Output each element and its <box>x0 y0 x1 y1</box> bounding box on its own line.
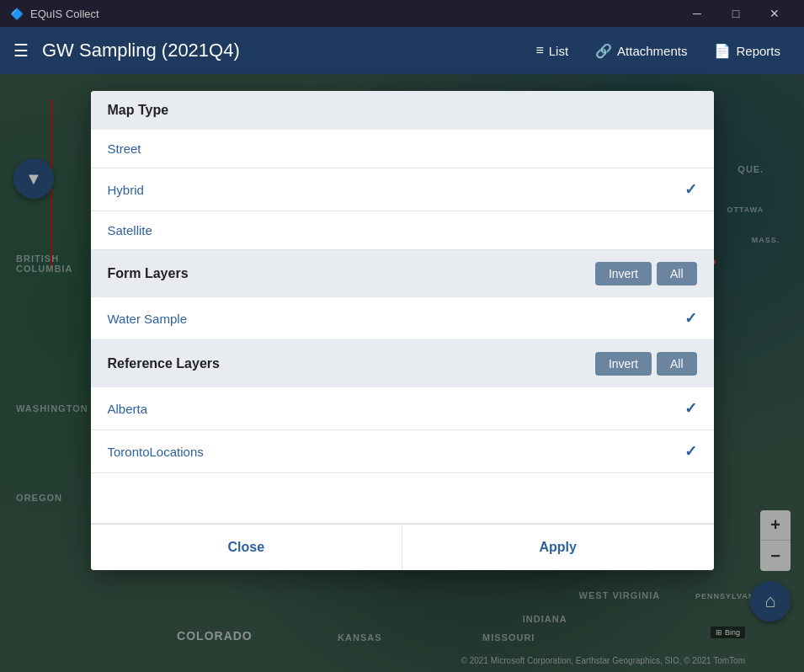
page-title: GW Sampling (2021Q4) <box>42 40 525 61</box>
menu-icon[interactable]: ☰ <box>13 40 29 61</box>
hybrid-checkmark: ✓ <box>684 180 697 199</box>
modal-overlay: Map Type Street Hybrid ✓ Satellite Form … <box>0 74 804 672</box>
reference-layers-buttons: Invert All <box>595 352 697 376</box>
map-type-street-label: Street <box>108 141 141 156</box>
alberta-label: Alberta <box>108 402 148 416</box>
attachments-label: Attachments <box>617 44 687 58</box>
alberta-checkmark: ✓ <box>684 399 697 418</box>
app-title: EQuIS Collect <box>30 8 99 20</box>
titlebar: 🔷 EQuIS Collect ─ □ ✕ <box>0 0 804 27</box>
reference-layers-section-header: Reference Layers Invert All <box>91 340 714 387</box>
titlebar-controls: ─ □ ✕ <box>678 0 794 27</box>
reports-icon: 📄 <box>714 43 731 59</box>
form-layers-invert-button[interactable]: Invert <box>595 262 652 285</box>
reference-layers-all-button[interactable]: All <box>657 352 697 376</box>
appbar: ☰ GW Sampling (2021Q4) ≡ List 🔗 Attachme… <box>0 27 804 74</box>
water-sample-checkmark: ✓ <box>684 309 697 328</box>
map-type-street-item[interactable]: Street <box>91 130 714 168</box>
form-layers-title: Form Layers <box>108 266 189 281</box>
map-type-satellite-label: Satellite <box>108 223 152 237</box>
app-icon: 🔷 <box>10 8 24 20</box>
attachment-icon: 🔗 <box>595 43 612 59</box>
maximize-button[interactable]: □ <box>716 0 755 27</box>
close-button[interactable]: ✕ <box>755 0 794 27</box>
apply-button[interactable]: Apply <box>402 525 714 570</box>
map-type-section-header: Map Type <box>91 91 714 130</box>
reports-button[interactable]: 📄 Reports <box>704 38 791 64</box>
map-type-satellite-item[interactable]: Satellite <box>91 211 714 250</box>
toronto-label: TorontoLocations <box>108 445 204 459</box>
list-icon: ≡ <box>535 43 543 58</box>
empty-space <box>91 473 714 524</box>
map-type-hybrid-label: Hybrid <box>108 183 144 197</box>
form-layers-buttons: Invert All <box>595 262 697 285</box>
attachments-button[interactable]: 🔗 Attachments <box>585 38 697 64</box>
modal-footer: Close Apply <box>91 524 714 570</box>
form-layers-all-button[interactable]: All <box>657 262 697 285</box>
map-type-title: Map Type <box>108 103 169 118</box>
map-settings-modal: Map Type Street Hybrid ✓ Satellite Form … <box>91 91 714 570</box>
water-sample-label: Water Sample <box>108 312 187 326</box>
reports-label: Reports <box>736 44 780 58</box>
form-layers-section-header: Form Layers Invert All <box>91 250 714 297</box>
map-type-hybrid-item[interactable]: Hybrid ✓ <box>91 168 714 211</box>
list-label: List <box>549 44 568 58</box>
close-button[interactable]: Close <box>91 525 403 570</box>
minimize-button[interactable]: ─ <box>678 0 716 27</box>
toronto-checkmark: ✓ <box>684 442 697 461</box>
reference-layers-title: Reference Layers <box>108 356 220 371</box>
reference-layer-toronto-item[interactable]: TorontoLocations ✓ <box>91 430 714 473</box>
titlebar-left: 🔷 EQuIS Collect <box>10 8 99 20</box>
appbar-actions: ≡ List 🔗 Attachments 📄 Reports <box>525 38 791 64</box>
list-button[interactable]: ≡ List <box>525 38 578 63</box>
form-layer-water-sample-item[interactable]: Water Sample ✓ <box>91 297 714 340</box>
reference-layers-invert-button[interactable]: Invert <box>595 352 652 376</box>
reference-layer-alberta-item[interactable]: Alberta ✓ <box>91 387 714 430</box>
